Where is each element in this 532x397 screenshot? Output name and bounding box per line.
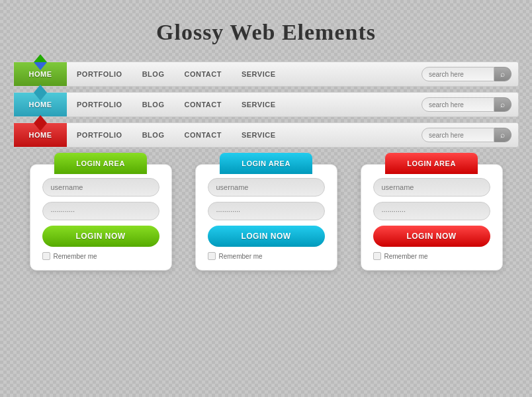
- search-button-green[interactable]: ⌕: [494, 67, 511, 81]
- chevron-up-blue: [34, 85, 47, 93]
- username-field-red[interactable]: [373, 178, 490, 197]
- search-input-blue[interactable]: [421, 97, 494, 112]
- home-label-red: HOME: [29, 131, 52, 139]
- nav-service-red[interactable]: SERVICE: [242, 131, 276, 139]
- nav-blog-red[interactable]: BLOG: [142, 131, 165, 139]
- nav-search-red: ⌕: [421, 128, 511, 142]
- nav-portfolio-blue[interactable]: PORTFOLIO: [77, 101, 122, 109]
- remember-me-blue: Remember me: [208, 252, 325, 260]
- home-x-icon-red: [34, 115, 47, 131]
- login-panel-blue: LOGIN AREA LOGIN NOW Remember me: [195, 164, 337, 271]
- login-tab-green: LOGIN AREA: [54, 153, 147, 174]
- search-button-red[interactable]: ⌕: [494, 128, 511, 142]
- home-button-blue[interactable]: HOME: [14, 93, 67, 116]
- chevron-up-green: [34, 54, 47, 62]
- chevron-down-blue: [34, 93, 47, 101]
- nav-items-red: PORTFOLIO BLOG CONTACT SERVICE: [67, 131, 421, 139]
- home-button-green[interactable]: HOME: [14, 62, 67, 86]
- login-tab-label-red: LOGIN AREA: [407, 159, 456, 167]
- chevron-down-red: [34, 123, 47, 131]
- remember-label-green: Remember me: [54, 253, 97, 260]
- password-field-red[interactable]: [373, 202, 490, 220]
- search-input-red[interactable]: [421, 128, 494, 142]
- nav-bar-blue: HOME PORTFOLIO BLOG CONTACT SERVICE ⌕: [13, 92, 519, 117]
- home-button-red[interactable]: HOME: [14, 123, 67, 147]
- login-button-green[interactable]: LOGIN NOW: [42, 226, 159, 247]
- nav-search-green: ⌕: [421, 67, 511, 81]
- login-panels-container: LOGIN AREA LOGIN NOW Remember me LOGIN A…: [0, 164, 532, 271]
- nav-search-blue: ⌕: [421, 97, 511, 112]
- page-title: Glossy Web Elements: [0, 0, 532, 62]
- nav-contact-red[interactable]: CONTACT: [184, 131, 221, 139]
- nav-bar-red: HOME PORTFOLIO BLOG CONTACT SERVICE ⌕: [13, 122, 519, 148]
- nav-items-blue: PORTFOLIO BLOG CONTACT SERVICE: [67, 101, 421, 109]
- remember-checkbox-red[interactable]: [373, 252, 381, 260]
- remember-label-blue: Remember me: [219, 253, 263, 260]
- login-tab-label-green: LOGIN AREA: [76, 159, 125, 167]
- nav-items-green: PORTFOLIO BLOG CONTACT SERVICE: [67, 70, 421, 78]
- chevron-down-green: [34, 62, 47, 70]
- nav-service-blue[interactable]: SERVICE: [242, 101, 276, 109]
- home-label-blue: HOME: [29, 101, 52, 109]
- login-button-red[interactable]: LOGIN NOW: [373, 226, 490, 247]
- login-panel-red: LOGIN AREA LOGIN NOW Remember me: [361, 164, 503, 271]
- home-label-green: HOME: [29, 70, 52, 78]
- nav-service-green[interactable]: SERVICE: [242, 70, 276, 78]
- remember-checkbox-blue[interactable]: [208, 252, 216, 260]
- nav-contact-blue[interactable]: CONTACT: [184, 101, 221, 109]
- search-button-blue[interactable]: ⌕: [494, 97, 511, 112]
- nav-blog-green[interactable]: BLOG: [142, 70, 165, 78]
- username-field-green[interactable]: [42, 178, 159, 197]
- login-tab-blue: LOGIN AREA: [220, 153, 312, 174]
- nav-bars-container: HOME PORTFOLIO BLOG CONTACT SERVICE ⌕ HO…: [0, 62, 532, 148]
- remember-label-red: Remember me: [384, 253, 428, 260]
- home-x-icon-blue: [34, 85, 47, 101]
- password-field-blue[interactable]: [208, 202, 325, 220]
- nav-blog-blue[interactable]: BLOG: [142, 101, 165, 109]
- login-panel-green: LOGIN AREA LOGIN NOW Remember me: [30, 164, 172, 271]
- username-field-blue[interactable]: [208, 178, 325, 197]
- login-tab-red: LOGIN AREA: [385, 153, 478, 174]
- password-field-green[interactable]: [42, 202, 159, 220]
- login-tab-label-blue: LOGIN AREA: [242, 159, 290, 167]
- remember-me-red: Remember me: [373, 252, 490, 260]
- nav-contact-green[interactable]: CONTACT: [184, 70, 221, 78]
- remember-checkbox-green[interactable]: [42, 252, 50, 260]
- login-button-blue[interactable]: LOGIN NOW: [208, 226, 325, 247]
- nav-portfolio-red[interactable]: PORTFOLIO: [77, 131, 122, 139]
- chevron-up-red: [34, 115, 47, 123]
- search-input-green[interactable]: [421, 67, 494, 81]
- nav-bar-green: HOME PORTFOLIO BLOG CONTACT SERVICE ⌕: [13, 62, 519, 87]
- nav-portfolio-green[interactable]: PORTFOLIO: [77, 70, 122, 78]
- home-x-icon-green: [34, 54, 47, 70]
- remember-me-green: Remember me: [42, 252, 159, 260]
